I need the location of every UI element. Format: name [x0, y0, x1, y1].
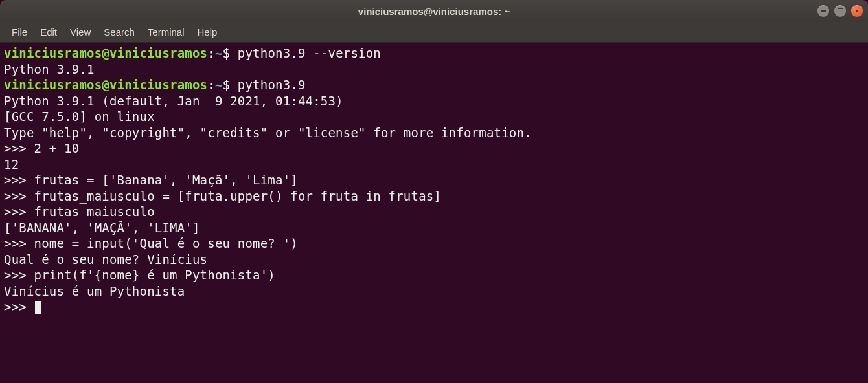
prompt-dollar: $ [223, 78, 238, 92]
repl-prompt: >>> [4, 204, 34, 219]
repl-line: >>> nome = input('Qual é o seu nome? ') [4, 235, 864, 252]
terminal-viewport[interactable]: viniciusramos@viniciusramos:~$ python3.9… [0, 43, 868, 383]
cursor-icon [35, 301, 41, 314]
prompt-user: viniciusramos [4, 46, 102, 60]
menu-view[interactable]: View [63, 24, 97, 40]
prompt-at: @ [102, 78, 109, 92]
repl-input: frutas_maiusculo = [fruta.upper() for fr… [34, 189, 442, 203]
menubar: File Edit View Search Terminal Help [0, 22, 868, 43]
repl-prompt: >>> [4, 300, 34, 314]
prompt-at: @ [102, 46, 109, 60]
output-line: Type "help", "copyright", "credits" or "… [4, 125, 864, 141]
repl-input: frutas_maiusculo [34, 204, 155, 219]
repl-prompt: >>> [4, 189, 34, 203]
output-line: 12 [4, 157, 864, 173]
repl-input: print(f'{nome} é um Pythonista') [34, 268, 275, 282]
prompt-dollar: $ [223, 46, 238, 60]
repl-line: >>> frutas = ['Banana', 'Maçã', 'Lima'] [4, 172, 864, 188]
repl-prompt: >>> [4, 141, 34, 155]
menu-help[interactable]: Help [191, 24, 224, 40]
window-controls [817, 5, 863, 17]
command-text: python3.9 --version [238, 46, 381, 60]
output-line: Python 3.9.1 (default, Jan 9 2021, 01:44… [4, 93, 864, 109]
output-line: Python 3.9.1 [4, 61, 864, 78]
repl-input: 2 + 10 [34, 141, 80, 155]
prompt-host: viniciusramos [109, 78, 207, 92]
menu-edit[interactable]: Edit [34, 24, 63, 40]
prompt-user: viniciusramos [4, 78, 102, 92]
prompt-colon: : [207, 46, 215, 60]
prompt-path: ~ [215, 46, 223, 60]
menu-terminal[interactable]: Terminal [141, 24, 191, 40]
repl-line: >>> frutas_maiusculo [4, 204, 864, 220]
repl-line: >>> 2 + 10 [4, 140, 864, 157]
shell-line: viniciusramos@viniciusramos:~$ python3.9 [4, 77, 864, 93]
titlebar: viniciusramos@viniciusramos: ~ [0, 0, 868, 22]
prompt-host: viniciusramos [109, 46, 207, 60]
maximize-icon[interactable] [834, 5, 846, 17]
terminal-window: viniciusramos@viniciusramos: ~ File Edit… [0, 0, 868, 383]
repl-input: nome = input('Qual é o seu nome? ') [34, 236, 298, 250]
minimize-icon[interactable] [817, 5, 829, 17]
repl-line: >>> print(f'{nome} é um Pythonista') [4, 267, 864, 283]
repl-prompt: >>> [4, 268, 34, 282]
output-line: Qual é o seu nome? Vinícius [4, 252, 864, 268]
repl-line: >>> frutas_maiusculo = [fruta.upper() fo… [4, 188, 864, 204]
command-text: python3.9 [238, 78, 306, 92]
prompt-path: ~ [215, 78, 223, 92]
window-title: viniciusramos@viniciusramos: ~ [358, 6, 510, 17]
output-line: ['BANANA', 'MAÇÃ', 'LIMA'] [4, 220, 864, 236]
repl-input: frutas = ['Banana', 'Maçã', 'Lima'] [34, 173, 298, 187]
repl-prompt: >>> [4, 236, 34, 250]
repl-line-current[interactable]: >>> [4, 299, 864, 315]
output-line: [GCC 7.5.0] on linux [4, 109, 864, 125]
shell-line: viniciusramos@viniciusramos:~$ python3.9… [4, 45, 864, 61]
repl-prompt: >>> [4, 173, 34, 187]
menu-search[interactable]: Search [97, 24, 141, 40]
prompt-colon: : [207, 78, 215, 92]
close-icon[interactable] [851, 5, 863, 17]
output-line: Vinícius é um Pythonista [4, 283, 864, 300]
menu-file[interactable]: File [5, 24, 34, 40]
